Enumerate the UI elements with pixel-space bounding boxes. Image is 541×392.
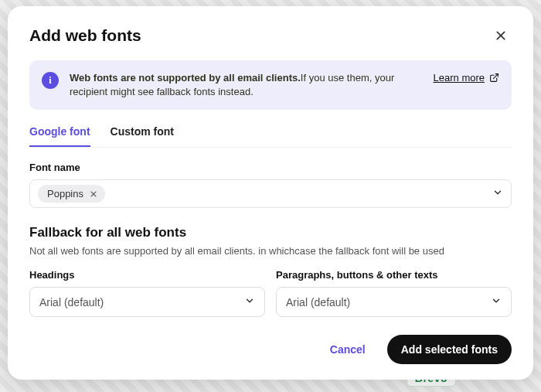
headings-col: Headings Arial (default) <box>29 269 265 317</box>
font-chip: Poppins <box>38 185 105 203</box>
chevron-down-icon <box>492 187 503 198</box>
modal-footer: Cancel Add selected fonts <box>29 319 512 364</box>
headings-label: Headings <box>29 269 265 281</box>
modal-title: Add web fonts <box>29 26 141 45</box>
headings-value: Arial (default) <box>39 296 104 308</box>
headings-chevron <box>244 295 255 308</box>
paragraphs-value: Arial (default) <box>286 296 350 308</box>
cancel-button[interactable]: Cancel <box>319 336 376 363</box>
alert-text: Web fonts are not supported by all email… <box>70 71 423 99</box>
paragraphs-label: Paragraphs, buttons & other texts <box>276 269 512 281</box>
font-name-chevron <box>492 187 503 201</box>
close-icon <box>90 190 97 198</box>
svg-line-2 <box>493 74 498 79</box>
paragraphs-col: Paragraphs, buttons & other texts Arial … <box>276 269 512 317</box>
font-chip-remove[interactable] <box>88 189 99 199</box>
learn-more-label: Learn more <box>434 72 485 84</box>
font-source-tabs: Google font Custom font <box>29 121 512 148</box>
font-chip-label: Poppins <box>47 188 83 199</box>
headings-select[interactable]: Arial (default) <box>29 287 265 317</box>
tab-custom-font[interactable]: Custom font <box>111 121 174 147</box>
info-icon: i <box>42 72 59 89</box>
fallback-help: Not all web fonts are supported by all e… <box>29 245 512 257</box>
learn-more-link[interactable]: Learn more <box>434 72 499 84</box>
info-alert: i Web fonts are not supported by all ema… <box>29 60 512 110</box>
close-button[interactable] <box>490 25 512 46</box>
modal-header: Add web fonts <box>29 25 512 46</box>
close-icon <box>495 29 507 42</box>
font-name-label: Font name <box>29 162 512 173</box>
add-web-fonts-modal: Add web fonts i Web fonts are not suppor… <box>8 6 533 380</box>
tab-google-font[interactable]: Google font <box>29 121 90 147</box>
fallback-title: Fallback for all web fonts <box>29 225 512 240</box>
font-name-input[interactable]: Poppins <box>29 179 512 208</box>
paragraphs-chevron <box>491 295 502 308</box>
add-selected-fonts-button[interactable]: Add selected fonts <box>387 335 512 364</box>
chevron-down-icon <box>491 295 502 306</box>
chevron-down-icon <box>244 295 255 306</box>
fallback-row: Headings Arial (default) Paragraphs, but… <box>29 269 512 317</box>
paragraphs-select[interactable]: Arial (default) <box>276 287 512 317</box>
external-link-icon <box>489 73 499 83</box>
alert-bold: Web fonts are not supported by all email… <box>70 72 301 84</box>
